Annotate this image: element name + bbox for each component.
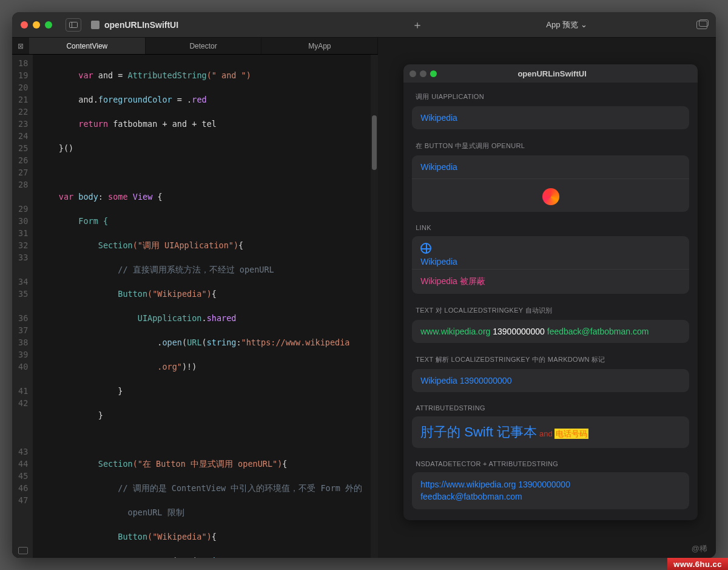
sidebar-toggle-icon[interactable] xyxy=(66,18,81,32)
section-card: 肘子的 Swift 记事本 and 电话号码 xyxy=(412,416,689,448)
gradient-circle-icon xyxy=(542,188,559,205)
auto-detect-text: www.wikipedia.org 13900000000 feedback@f… xyxy=(412,320,689,343)
section-label: ATTRIBUTEDSTRING xyxy=(416,404,689,412)
xcode-window: openURLInSwiftUI ＋ App 预览 ⌄ ⊠ ContentVie… xyxy=(12,12,716,558)
add-tab-button[interactable]: ＋ xyxy=(410,18,425,32)
preview-close-icon[interactable] xyxy=(410,70,416,77)
detected-phone[interactable]: 13900000000 xyxy=(516,480,570,489)
preview-minimize-icon[interactable] xyxy=(420,70,426,77)
scrollbar-thumb[interactable] xyxy=(372,115,377,170)
section-card: https://www.wikipedia.org 13900000000 fe… xyxy=(412,472,689,509)
tab-label: MyApp xyxy=(308,42,331,50)
section-card: Wikipedia xyxy=(412,155,689,212)
preview-titlebar: openURLinSwiftUI xyxy=(403,64,698,83)
detected-mail[interactable]: feedback@fatbobman.com xyxy=(420,492,522,501)
minimize-window-button[interactable] xyxy=(33,21,40,29)
tab-label: ContentView xyxy=(66,42,107,50)
zoom-window-button[interactable] xyxy=(45,21,52,29)
section-card: Wikipedia xyxy=(412,106,689,129)
tab-myapp[interactable]: MyApp xyxy=(261,38,378,54)
tab-detector[interactable]: Detector xyxy=(146,38,262,54)
editor-pane: ⊠ ContentView Detector MyApp 181920 2122… xyxy=(12,38,378,558)
preview-mode-select[interactable]: App 预览 ⌄ xyxy=(546,19,587,30)
code-body[interactable]: var and = AttributedString(" and ") and.… xyxy=(33,55,378,558)
section-label: 调用 UIAPPLICATION xyxy=(416,92,689,101)
preview-mode-label: App 预览 xyxy=(546,19,578,30)
detected-mail[interactable]: feedback@fatbobman.com xyxy=(547,327,649,336)
project-folder-icon xyxy=(91,21,99,29)
watermark-text: @稀 xyxy=(692,543,707,554)
tab-bar: ⊠ ContentView Detector MyApp xyxy=(12,38,378,55)
section-card: Wikipedia 13900000000 xyxy=(412,369,689,392)
section-label: TEXT 对 LOCALIZEDSTRINGKEY 自动识别 xyxy=(416,306,689,315)
close-tab-button[interactable]: ⊠ xyxy=(12,38,29,54)
section-label: NSDATADETECTOR + ATTRIBUTEDSTRING xyxy=(416,460,689,467)
code-editor[interactable]: 181920 212223 242526 2728 293031 3233 34… xyxy=(12,55,378,558)
detected-url[interactable]: www.wikipedia.org xyxy=(420,327,490,336)
section-label: LINK xyxy=(416,224,689,231)
close-window-button[interactable] xyxy=(21,21,28,29)
tab-contentview[interactable]: ContentView xyxy=(29,38,146,54)
preview-body: 调用 UIAPPLICATION Wikipedia 在 BUTTON 中显式调… xyxy=(403,83,698,520)
attributed-string-row: 肘子的 Swift 记事本 and 电话号码 xyxy=(412,416,689,448)
attributed-main-text[interactable]: 肘子的 Swift 记事本 xyxy=(420,424,537,439)
attributed-and-text: and xyxy=(539,429,554,438)
main-content: ⊠ ContentView Detector MyApp 181920 2122… xyxy=(12,38,716,558)
section-card: Wikipedia Wikipedia 被屏蔽 xyxy=(412,236,689,294)
globe-icon xyxy=(420,243,431,254)
canvas-layers-icon[interactable] xyxy=(696,21,707,29)
traffic-lights xyxy=(21,21,52,29)
preview-zoom-icon[interactable] xyxy=(430,70,437,77)
project-title-group: openURLInSwiftUI xyxy=(91,20,178,30)
site-watermark: www.6hu.cc xyxy=(667,558,728,570)
section-label: TEXT 解析 LOCALIZEDSTRINGKEY 中的 MARKDOWN 标… xyxy=(416,355,689,364)
bottom-panel-toggle-icon[interactable] xyxy=(18,547,28,554)
detector-row: https://www.wikipedia.org 13900000000 fe… xyxy=(412,472,689,509)
detected-url[interactable]: https://www.wikipedia.org xyxy=(420,480,516,489)
svg-rect-0 xyxy=(70,22,78,27)
preview-pane: openURLinSwiftUI 调用 UIAPPLICATION Wikipe… xyxy=(378,38,716,558)
wikipedia-button[interactable]: Wikipedia xyxy=(412,155,689,179)
link-label: Wikipedia xyxy=(420,257,457,266)
section-card: www.wikipedia.org 13900000000 feedback@f… xyxy=(412,320,689,343)
app-preview-window: openURLinSwiftUI 调用 UIAPPLICATION Wikipe… xyxy=(403,64,698,520)
project-title: openURLInSwiftUI xyxy=(104,20,178,30)
markdown-phone[interactable]: 13900000000 xyxy=(457,376,512,385)
chevron-down-icon: ⌄ xyxy=(581,20,587,29)
gradient-circle-button[interactable] xyxy=(412,179,689,212)
preview-title: openURLinSwiftUI xyxy=(440,69,664,78)
blocked-link[interactable]: Wikipedia 被屏蔽 xyxy=(412,270,689,294)
line-gutter: 181920 212223 242526 2728 293031 3233 34… xyxy=(12,55,33,558)
globe-link[interactable]: Wikipedia xyxy=(412,236,689,270)
tab-label: Detector xyxy=(189,42,217,50)
markdown-link[interactable]: Wikipedia xyxy=(420,376,457,385)
toolbar: openURLInSwiftUI ＋ App 预览 ⌄ xyxy=(12,12,716,38)
attributed-tel-highlight[interactable]: 电话号码 xyxy=(554,429,588,439)
wikipedia-button[interactable]: Wikipedia xyxy=(412,106,689,129)
phone-text: 13900000000 xyxy=(490,327,547,336)
markdown-text-row: Wikipedia 13900000000 xyxy=(412,369,689,392)
section-label: 在 BUTTON 中显式调用 OPENURL xyxy=(416,141,689,151)
